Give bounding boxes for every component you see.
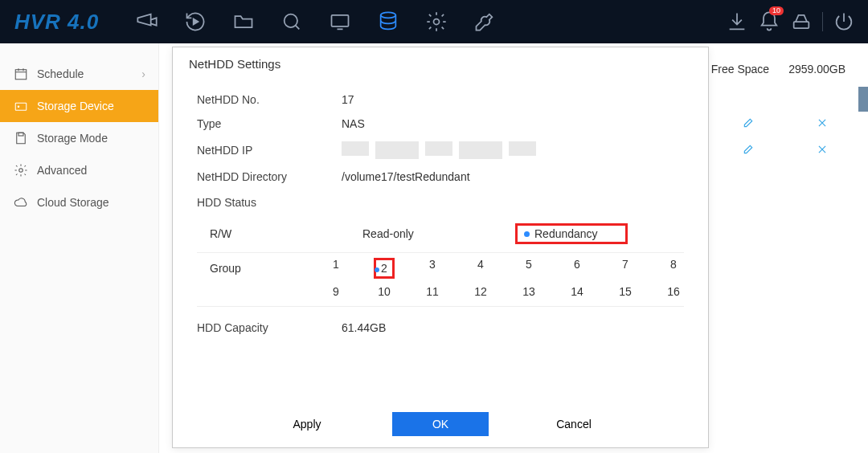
sidebar-item-storage-mode[interactable]: Storage Mode — [0, 122, 158, 154]
group-option-4[interactable]: 4 — [470, 258, 491, 279]
dialog-footer: Apply OK Cancel — [173, 412, 708, 436]
disk-icon — [13, 98, 29, 114]
svg-point-2 — [381, 12, 396, 18]
group-option-9[interactable]: 9 — [326, 285, 346, 298]
nethdd-no-label: NetHDD No. — [197, 93, 342, 106]
nethdd-ip-value[interactable] — [342, 141, 684, 159]
free-space-value: 2959.00GB — [788, 63, 845, 76]
svg-point-9 — [19, 169, 23, 173]
sidebar-item-label: Storage Mode — [37, 132, 108, 145]
calendar-icon — [13, 66, 29, 82]
hdd-status-label: HDD Status — [197, 196, 684, 209]
group-selector: Group 1 2 3 4 5 6 7 8 9 10 11 — [197, 253, 684, 307]
database-icon[interactable] — [364, 0, 412, 43]
group-option-5[interactable]: 5 — [518, 258, 539, 279]
svg-rect-8 — [18, 133, 23, 136]
free-space-label: Free Space — [711, 63, 769, 76]
bell-icon[interactable]: 10 — [753, 0, 785, 43]
nethdd-ip-label: NetHDD IP — [197, 144, 342, 157]
sidebar-item-label: Schedule — [37, 67, 84, 80]
topbar: HVR 4.0 10 — [0, 0, 868, 43]
table-header: Edit Delete — [858, 87, 868, 112]
edit-column-header: Edit — [858, 87, 868, 112]
group-option-14[interactable]: 14 — [567, 285, 588, 298]
group-option-12[interactable]: 12 — [470, 285, 491, 298]
svg-rect-1 — [332, 15, 349, 27]
replay-icon[interactable] — [171, 0, 219, 43]
svg-rect-4 — [794, 22, 809, 28]
edit-icon[interactable] — [743, 117, 754, 131]
radio-selected-icon — [524, 231, 530, 237]
svg-point-7 — [18, 106, 19, 108]
sidebar-item-schedule[interactable]: Schedule › — [0, 58, 158, 90]
sidebar-item-label: Cloud Storage — [37, 196, 109, 209]
close-icon[interactable] — [817, 117, 828, 131]
save-icon — [13, 130, 29, 146]
nethdd-no-value[interactable]: 17 — [342, 93, 684, 106]
svg-point-3 — [434, 19, 440, 25]
hdd-capacity-value: 61.44GB — [342, 321, 386, 334]
edit-icon[interactable] — [743, 144, 754, 157]
search-icon[interactable] — [268, 0, 316, 43]
sidebar-item-label: Advanced — [37, 164, 87, 177]
nethdd-settings-dialog: NetHDD Settings NetHDD No. 17 Type NAS N… — [172, 47, 709, 448]
free-space-display: Free Space 2959.00GB — [711, 63, 845, 76]
svg-rect-6 — [15, 103, 27, 110]
nethdd-dir-label: NetHDD Directory — [197, 170, 342, 183]
hdd-capacity-label: HDD Capacity — [197, 321, 342, 334]
group-option-11[interactable]: 11 — [422, 285, 443, 298]
sidebar-item-cloud-storage[interactable]: Cloud Storage — [0, 186, 158, 218]
camera-icon[interactable] — [123, 0, 171, 43]
cloud-gear-icon — [13, 194, 29, 210]
gear-icon[interactable] — [412, 0, 461, 43]
wrench-icon[interactable] — [461, 0, 509, 43]
divider — [822, 12, 823, 31]
folder-icon[interactable] — [219, 0, 268, 43]
sidebar-item-advanced[interactable]: Advanced — [0, 154, 158, 186]
group-option-13[interactable]: 13 — [518, 285, 539, 298]
group-label: Group — [210, 262, 326, 275]
group-option-16[interactable]: 16 — [663, 285, 684, 298]
notification-badge: 10 — [769, 6, 784, 15]
apply-button[interactable]: Apply — [259, 412, 355, 436]
group-option-1[interactable]: 1 — [326, 258, 346, 279]
nethdd-dir-value[interactable]: /volume17/testRedundant — [342, 170, 684, 183]
app-logo: HVR 4.0 — [14, 10, 99, 35]
close-icon[interactable] — [817, 144, 828, 157]
sidebar-item-storage-device[interactable]: Storage Device — [0, 90, 158, 122]
type-label: Type — [197, 117, 342, 130]
drive-icon[interactable] — [785, 0, 817, 43]
hdd-status-options: R/W Read-only Redundancy — [197, 217, 684, 253]
group-option-8[interactable]: 8 — [663, 258, 684, 279]
status-redundancy-option[interactable]: Redundancy — [515, 223, 628, 244]
download-icon[interactable] — [721, 0, 753, 43]
type-value[interactable]: NAS — [342, 117, 684, 130]
cancel-button[interactable]: Cancel — [526, 412, 622, 436]
svg-rect-5 — [15, 70, 27, 80]
group-option-7[interactable]: 7 — [615, 258, 636, 279]
gear-small-icon — [13, 162, 29, 178]
table-rows — [743, 117, 828, 157]
group-option-10[interactable]: 10 — [374, 285, 395, 298]
group-option-3[interactable]: 3 — [422, 258, 443, 279]
dialog-title: NetHDD Settings — [173, 47, 708, 77]
status-rw-option[interactable]: R/W — [210, 227, 362, 240]
sidebar-item-label: Storage Device — [37, 100, 114, 112]
ok-button[interactable]: OK — [392, 412, 489, 436]
group-option-15[interactable]: 15 — [615, 285, 636, 298]
group-option-6[interactable]: 6 — [567, 258, 588, 279]
monitor-icon[interactable] — [316, 0, 364, 43]
svg-point-0 — [285, 14, 297, 27]
status-readonly-option[interactable]: Read-only — [362, 227, 515, 240]
power-icon[interactable] — [828, 0, 860, 43]
chevron-right-icon: › — [141, 67, 145, 80]
sidebar: Schedule › Storage Device Storage Mode A… — [0, 43, 159, 453]
group-option-2[interactable]: 2 — [374, 258, 395, 279]
